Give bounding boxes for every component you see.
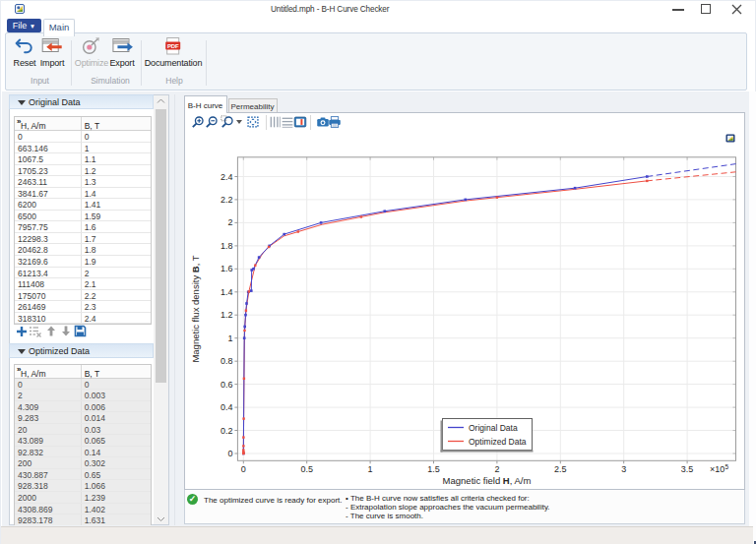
svg-text:2: 2	[494, 464, 499, 474]
svg-text:Optimized Data: Optimized Data	[469, 437, 527, 447]
svg-text:0.5: 0.5	[300, 464, 313, 474]
svg-text:Magnetic field H, A/m: Magnetic field H, A/m	[443, 475, 532, 486]
svg-text:3: 3	[621, 464, 626, 474]
svg-text:1.8: 1.8	[220, 241, 233, 251]
svg-text:0.2: 0.2	[220, 426, 233, 436]
svg-text:0.4: 0.4	[220, 402, 233, 412]
svg-text:×105: ×105	[710, 463, 728, 474]
svg-text:Magnetic flux density B, T: Magnetic flux density B, T	[190, 255, 201, 362]
svg-text:1: 1	[227, 333, 232, 343]
svg-text:0: 0	[241, 464, 246, 474]
svg-text:2.2: 2.2	[220, 195, 233, 205]
svg-text:PDF: PDF	[167, 43, 179, 49]
svg-text:1.2: 1.2	[220, 310, 233, 320]
svg-text:3.5: 3.5	[681, 464, 694, 474]
svg-text:0.6: 0.6	[220, 380, 233, 390]
svg-text:1.5: 1.5	[427, 464, 440, 474]
svg-text:0.8: 0.8	[220, 356, 233, 366]
svg-text:1.6: 1.6	[220, 264, 233, 273]
svg-text:1.4: 1.4	[220, 287, 233, 297]
svg-text:2: 2	[227, 217, 232, 227]
svg-text:2.4: 2.4	[220, 172, 233, 182]
svg-text:1: 1	[368, 464, 373, 474]
svg-text:2.5: 2.5	[554, 464, 567, 474]
svg-text:Original Data: Original Data	[469, 423, 518, 433]
svg-text:0: 0	[227, 449, 232, 458]
